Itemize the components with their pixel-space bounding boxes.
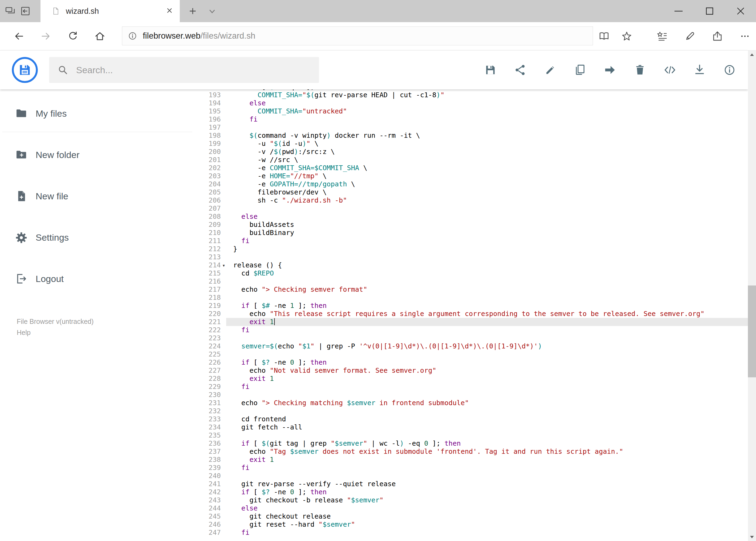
tab-preview-icon[interactable] (4, 5, 16, 17)
code-editor[interactable]: 192 if [ $? -eq 0 ]; then193 COMMIT_SHA=… (205, 89, 748, 541)
download-button[interactable] (692, 63, 707, 77)
code-line-211[interactable]: 211 fi (205, 237, 748, 245)
code-view-button[interactable] (662, 63, 677, 77)
sidebar-item-new-file[interactable]: New file (0, 185, 194, 208)
code-line-200[interactable]: 200 -v /$(pwd):/src:z \ (205, 148, 748, 156)
code-line-239[interactable]: 239 fi (205, 464, 748, 472)
sidebar-item-logout[interactable]: Logout (0, 268, 194, 290)
share-icon[interactable] (711, 30, 723, 42)
scrollbar-thumb[interactable] (748, 285, 756, 377)
code-line-237[interactable]: 237 echo "Tag $semver does not exist in … (205, 447, 748, 456)
maximize-button[interactable] (694, 0, 725, 22)
more-options-icon[interactable] (739, 30, 751, 42)
code-line-210[interactable]: 210 buildBinary (205, 229, 748, 237)
code-line-247[interactable]: 247 fi (205, 529, 748, 537)
scroll-down-arrow[interactable] (748, 533, 756, 541)
close-tab-icon[interactable] (164, 5, 176, 17)
code-line-226[interactable]: 226 if [ $? -ne 0 ]; then (205, 358, 748, 366)
code-line-236[interactable]: 236 if [ $(git tag | grep "$semver" | wc… (205, 439, 748, 447)
code-line-204[interactable]: 204 -e GOPATH=//tmp/gopath \ (205, 180, 748, 188)
code-line-219[interactable]: 219 if [ $# -ne 1 ]; then (205, 302, 748, 310)
code-line-199[interactable]: 199 -u "$(id -u)" \ (205, 140, 748, 148)
sidebar-item-new-folder[interactable]: New folder (0, 144, 194, 166)
code-line-234[interactable]: 234 git fetch --all (205, 423, 748, 431)
code-line-203[interactable]: 203 -e HOME="//tmp" \ (205, 172, 748, 180)
forward-icon[interactable] (40, 30, 52, 42)
code-line-243[interactable]: 243 git checkout -b release "$semver" (205, 496, 748, 504)
sidebar-item-settings[interactable]: Settings (0, 226, 194, 249)
delete-button[interactable] (632, 63, 647, 77)
code-line-216[interactable]: 216 (205, 277, 748, 285)
code-line-220[interactable]: 220 echo "This release script requires a… (205, 310, 748, 318)
code-line-232[interactable]: 232 (205, 407, 748, 415)
back-icon[interactable] (13, 30, 25, 42)
code-line-225[interactable]: 225 (205, 350, 748, 358)
share-button[interactable] (513, 63, 528, 77)
web-note-icon[interactable] (684, 30, 696, 42)
code-line-193[interactable]: 193 COMMIT_SHA="$(git rev-parse HEAD | c… (205, 91, 748, 99)
code-line-229[interactable]: 229 fi (205, 383, 748, 391)
scroll-up-arrow[interactable] (748, 51, 756, 59)
code-line-244[interactable]: 244 else (205, 504, 748, 512)
code-line-205[interactable]: 205 filebrowser/dev \ (205, 188, 748, 196)
code-line-197[interactable]: 197 (205, 124, 748, 132)
sidebar-item-my-files[interactable]: My files (0, 102, 194, 125)
set-tabs-aside-icon[interactable] (19, 5, 31, 17)
code-line-221[interactable]: 221 exit 1 (205, 318, 748, 326)
code-line-195[interactable]: 195 COMMIT_SHA="untracked" (205, 107, 748, 115)
site-info-icon[interactable] (127, 31, 138, 41)
code-line-245[interactable]: 245 git checkout release (205, 512, 748, 520)
code-line-227[interactable]: 227 echo "Not valid semver format. See s… (205, 366, 748, 375)
code-line-235[interactable]: 235 (205, 431, 748, 439)
code-line-212[interactable]: 212} (205, 245, 748, 253)
code-line-217[interactable]: 217 echo "> Checking semver format" (205, 285, 748, 293)
move-button[interactable] (603, 63, 617, 77)
help-link[interactable]: Help (17, 329, 31, 336)
code-line-222[interactable]: 222 fi (205, 326, 748, 334)
code-line-213[interactable]: 213 (205, 253, 748, 261)
code-line-218[interactable]: 218 (205, 293, 748, 302)
code-line-242[interactable]: 242 if [ $? -ne 0 ]; then (205, 488, 748, 496)
code-line-207[interactable]: 207 (205, 205, 748, 213)
fold-arrow-icon[interactable]: ▾ (221, 261, 227, 269)
favorite-star-icon[interactable] (621, 30, 632, 42)
minimize-button[interactable] (663, 0, 694, 22)
code-line-201[interactable]: 201 -w //src \ (205, 156, 748, 164)
tab-dropdown-icon[interactable] (206, 5, 218, 17)
code-line-233[interactable]: 233 cd frontend (205, 415, 748, 423)
code-line-202[interactable]: 202 -e COMMIT_SHA=$COMMIT_SHA \ (205, 164, 748, 172)
refresh-icon[interactable] (67, 30, 79, 42)
search-input[interactable] (76, 65, 306, 76)
code-line-231[interactable]: 231 echo "> Checking matching $semver in… (205, 399, 748, 407)
code-line-228[interactable]: 228 exit 1 (205, 375, 748, 383)
home-icon[interactable] (94, 30, 106, 42)
code-line-198[interactable]: 198 $(command -v winpty) docker run --rm… (205, 132, 748, 140)
save-button[interactable] (483, 63, 498, 77)
hub-icon[interactable] (656, 30, 668, 42)
code-line-196[interactable]: 196 fi (205, 115, 748, 124)
code-line-246[interactable]: 246 git reset --hard "$semver" (205, 520, 748, 529)
code-text (227, 472, 233, 480)
code-line-224[interactable]: 224 semver=$(echo "$1" | grep -P '^v(0|[… (205, 342, 748, 350)
code-line-206[interactable]: 206 sh -c "./wizard.sh -b" (205, 196, 748, 205)
address-bar[interactable]: filebrowser.web/files/wizard.sh (122, 26, 593, 45)
code-line-230[interactable]: 230 (205, 391, 748, 399)
rename-button[interactable] (543, 63, 558, 77)
code-line-238[interactable]: 238 exit 1 (205, 456, 748, 464)
code-line-215[interactable]: 215 cd $REPO (205, 269, 748, 277)
filebrowser-logo[interactable] (12, 57, 38, 83)
reading-view-icon[interactable] (598, 30, 610, 42)
code-line-209[interactable]: 209 buildAssets (205, 221, 748, 229)
code-line-241[interactable]: 241 git rev-parse --verify --quiet relea… (205, 480, 748, 488)
new-tab-icon[interactable] (187, 5, 199, 17)
code-line-194[interactable]: 194 else (205, 99, 748, 107)
code-line-240[interactable]: 240 (205, 472, 748, 480)
code-line-208[interactable]: 208 else (205, 213, 748, 221)
vertical-scrollbar[interactable] (748, 51, 756, 541)
info-button[interactable] (722, 63, 737, 77)
code-line-223[interactable]: 223 (205, 334, 748, 342)
code-line-214[interactable]: 214▾release () { (205, 261, 748, 269)
copy-button[interactable] (573, 63, 587, 77)
browser-tab[interactable]: wizard.sh (41, 0, 180, 22)
close-button[interactable] (725, 0, 756, 22)
